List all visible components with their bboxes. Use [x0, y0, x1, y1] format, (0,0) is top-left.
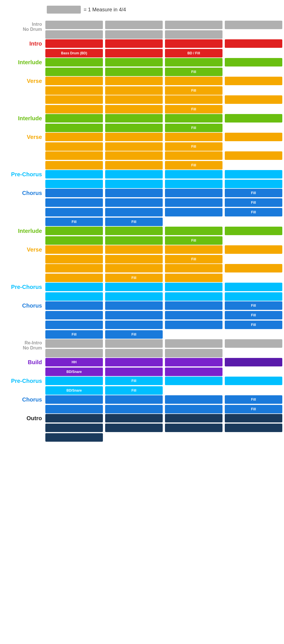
block [105, 236, 163, 245]
row: BD/Snare [45, 368, 284, 376]
sublabel: No Drum [0, 27, 42, 32]
block: Fill [165, 68, 222, 76]
rows-intro: Bass Drum (BD)BD / Fill [45, 39, 284, 57]
block [45, 405, 103, 413]
row [45, 414, 284, 422]
block [45, 151, 103, 160]
block [105, 424, 163, 432]
row [45, 245, 284, 254]
block [45, 161, 103, 169]
block [45, 349, 103, 357]
section-intro: IntroBass Drum (BD)BD / Fill [0, 39, 284, 57]
section-label-prechorus1: Pre-Chorus [0, 170, 45, 178]
block: HH [45, 358, 103, 366]
block [225, 58, 282, 66]
section-outro: Outro [0, 414, 284, 442]
block [45, 114, 103, 123]
block [165, 405, 222, 413]
block [225, 414, 282, 422]
row: FillFill [45, 330, 284, 339]
block: Fill [225, 311, 282, 319]
block: Fill [165, 142, 222, 151]
row: Fill [45, 68, 284, 76]
row [45, 114, 284, 123]
row [45, 292, 284, 301]
section-reintro-nodrum: Re-IntroNo Drum [0, 339, 284, 357]
block: Fill [105, 330, 163, 339]
section-label-reintro-nodrum: Re-IntroNo Drum [0, 339, 45, 351]
rows-verse1: Fill [45, 77, 284, 95]
block [45, 39, 103, 48]
block [165, 198, 222, 207]
row [45, 151, 284, 160]
block [105, 124, 163, 132]
block [165, 30, 222, 39]
block [45, 424, 103, 432]
section-label-outro: Outro [0, 414, 45, 422]
row: Fill [45, 189, 284, 197]
rows-build: HHBD/Snare [45, 358, 284, 376]
block [105, 49, 163, 57]
row [45, 424, 284, 432]
block [225, 133, 282, 141]
block [105, 58, 163, 66]
block [165, 395, 222, 404]
block [45, 255, 103, 263]
block [45, 414, 103, 422]
block [105, 349, 163, 357]
section-interlude2: InterludeFill [0, 114, 284, 132]
row: Fill [45, 255, 284, 263]
legend: = 1 Measure in 4/4 [47, 6, 284, 14]
block [105, 133, 163, 141]
block [45, 236, 103, 245]
block: Fill [45, 330, 103, 339]
block [45, 95, 103, 104]
section-interlude3: InterludeFill [0, 227, 284, 245]
block: Fill [105, 386, 163, 395]
block [105, 405, 163, 413]
row: Fill [45, 86, 284, 95]
rows-reintro-nodrum [45, 339, 284, 357]
section-prechorus1: Pre-Chorus [0, 170, 284, 188]
block [165, 349, 222, 357]
row [45, 133, 284, 141]
block [105, 180, 163, 188]
row [45, 170, 284, 179]
row: Fill [45, 274, 284, 282]
block [45, 180, 103, 188]
block [45, 189, 103, 197]
section-interlude1: InterludeFill [0, 58, 284, 76]
rows-prechorus2 [45, 283, 284, 301]
block: Fill [225, 405, 282, 413]
block: Fill [225, 395, 282, 404]
block [45, 77, 103, 85]
row: Fill [45, 124, 284, 132]
section-label-build: Build [0, 358, 45, 366]
block [165, 180, 222, 188]
row: Fill [45, 311, 284, 319]
block [105, 264, 163, 272]
section-label-chorus3: Chorus [0, 395, 45, 403]
block [105, 170, 163, 179]
section-verse3: VerseFill [0, 245, 284, 263]
row: Fill [45, 142, 284, 151]
block [165, 264, 222, 272]
row [45, 21, 284, 29]
block [165, 77, 222, 85]
block [225, 377, 282, 385]
block [105, 283, 163, 291]
row [45, 339, 284, 348]
block [225, 358, 282, 366]
block: Fill [105, 274, 163, 282]
block [105, 208, 163, 216]
block [165, 414, 222, 422]
section-label-interlude3: Interlude [0, 227, 45, 234]
section-prechorus2: Pre-Chorus [0, 283, 284, 301]
block [105, 30, 163, 39]
block [45, 283, 103, 291]
block: Fill [165, 86, 222, 95]
block [45, 274, 103, 282]
rows-outro [45, 414, 284, 442]
block [225, 227, 282, 235]
block [165, 377, 222, 385]
